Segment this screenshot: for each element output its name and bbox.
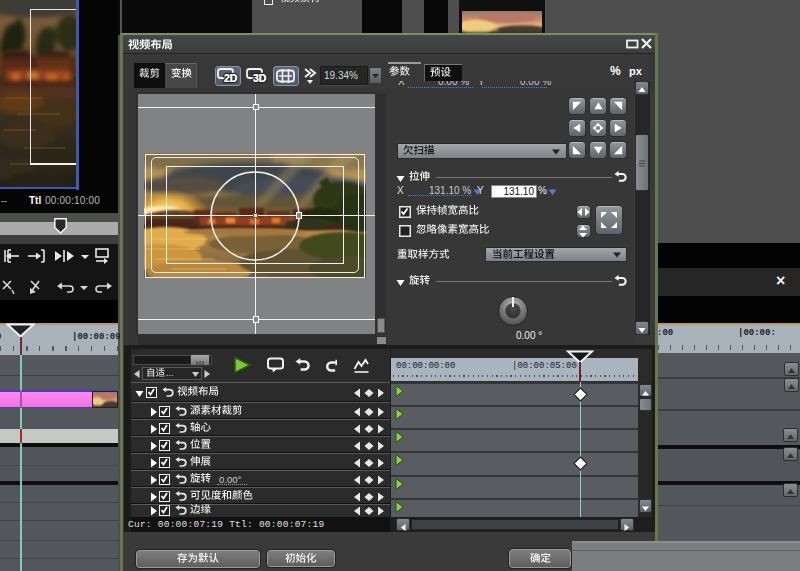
svg-text:3D: 3D xyxy=(253,72,267,84)
svg-text:2D: 2D xyxy=(224,72,238,84)
